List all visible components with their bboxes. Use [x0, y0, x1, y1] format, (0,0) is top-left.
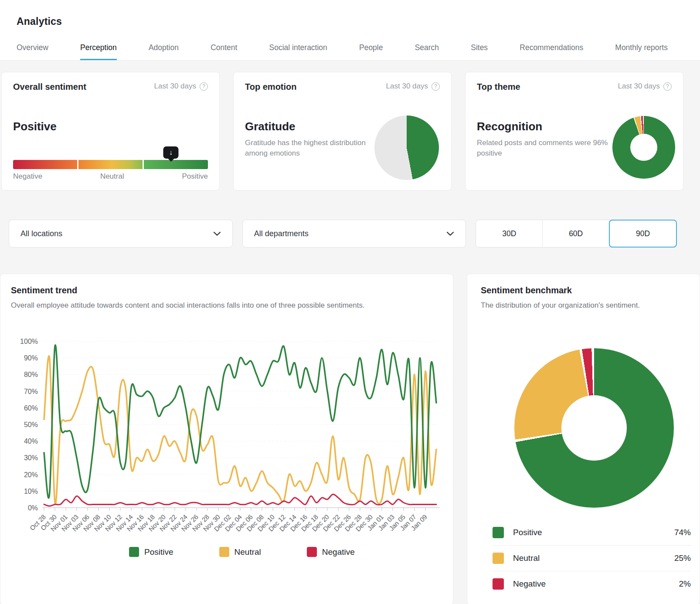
- help-icon[interactable]: ?: [432, 82, 440, 91]
- benchmark-legend-label: Neutral: [513, 553, 540, 563]
- tab-content[interactable]: Content: [211, 43, 237, 60]
- benchmark-legend-value: 25%: [674, 553, 691, 563]
- tab-perception[interactable]: Perception: [80, 43, 117, 60]
- benchmark-subtitle: The distribution of your organization's …: [481, 301, 692, 310]
- theme-donut-chart: [612, 116, 675, 179]
- svg-text:80%: 80%: [24, 371, 38, 378]
- svg-text:50%: 50%: [24, 421, 38, 428]
- chevron-down-icon: [213, 231, 221, 236]
- gauge-neutral-segment: [78, 160, 143, 169]
- positive-swatch-icon: [129, 547, 139, 557]
- app-header: Analytics OverviewPerceptionAdoptionCont…: [0, 0, 700, 61]
- overall-sentiment-value: Positive: [13, 120, 208, 133]
- locations-dropdown[interactable]: All locations: [9, 220, 233, 248]
- benchmark-legend-row-neutral: Neutral25%: [493, 545, 691, 571]
- range-button-60d[interactable]: 60D: [543, 220, 609, 247]
- trend-legend: PositiveNeutralNegative: [129, 547, 453, 557]
- period-label: Last 30 days ?: [386, 82, 440, 91]
- sentiment-trend-card: Sentiment trend Overall employee attitud…: [0, 274, 453, 604]
- svg-text:40%: 40%: [24, 438, 38, 445]
- range-button-90d[interactable]: 90D: [609, 220, 677, 248]
- top-emotion-description: Gratitude has the highest distribution a…: [245, 138, 389, 159]
- card-title: Top emotion: [245, 82, 297, 92]
- negative-swatch-icon: [307, 547, 317, 557]
- tab-social-interaction[interactable]: Social interaction: [269, 43, 327, 60]
- card-title: Overall sentiment: [13, 82, 86, 92]
- benchmark-title: Sentiment benchmark: [481, 285, 692, 295]
- trend-legend-label: Neutral: [234, 547, 261, 557]
- top-emotion-card: Top emotion Last 30 days ? Gratitude Gra…: [233, 72, 452, 190]
- tab-search[interactable]: Search: [415, 43, 439, 60]
- sentiment-gradient-bar: [13, 160, 208, 169]
- overall-sentiment-card: Overall sentiment Last 30 days ? Positiv…: [1, 72, 220, 190]
- emotion-pie-chart: [374, 115, 439, 180]
- benchmark-donut-chart: [514, 348, 674, 508]
- period-text: Last 30 days: [618, 82, 660, 91]
- period-label: Last 30 days ?: [618, 82, 672, 91]
- tab-overview[interactable]: Overview: [17, 43, 48, 60]
- trend-subtitle: Overall employee attitude towards conten…: [11, 301, 442, 310]
- gauge-label-negative: Negative: [13, 172, 42, 181]
- tab-recommendations[interactable]: Recommendations: [520, 43, 583, 60]
- help-icon[interactable]: ?: [663, 82, 672, 91]
- top-theme-card: Top theme Last 30 days ? Recognition Rel…: [465, 72, 683, 190]
- positive-swatch-icon: [493, 527, 504, 538]
- trend-legend-item-neutral: Neutral: [219, 547, 261, 557]
- svg-text:60%: 60%: [24, 404, 38, 412]
- benchmark-legend-row-negative: Negative2%: [493, 571, 691, 597]
- tab-people[interactable]: People: [359, 43, 383, 60]
- tab-bar: OverviewPerceptionAdoptionContentSocial …: [17, 43, 700, 60]
- gauge-negative-segment: [13, 160, 77, 169]
- gauge-label-neutral: Neutral: [100, 172, 124, 181]
- departments-dropdown[interactable]: All departments: [242, 220, 466, 248]
- neutral-swatch-icon: [219, 547, 229, 557]
- top-theme-description: Related posts and comments were 96% posi…: [477, 138, 621, 159]
- tab-sites[interactable]: Sites: [471, 43, 488, 60]
- benchmark-legend-value: 74%: [674, 528, 691, 537]
- svg-text:10%: 10%: [24, 488, 38, 495]
- svg-text:70%: 70%: [24, 388, 38, 395]
- main-content: Overall sentiment Last 30 days ? Positiv…: [0, 72, 700, 604]
- trend-title: Sentiment trend: [11, 285, 442, 295]
- benchmark-legend-row-positive: Positive74%: [493, 519, 691, 545]
- chevron-down-icon: [446, 231, 454, 236]
- benchmark-legend-label: Negative: [513, 579, 546, 589]
- svg-text:90%: 90%: [24, 354, 38, 362]
- trend-legend-label: Positive: [144, 547, 173, 557]
- sentiment-benchmark-card: Sentiment benchmark The distribution of …: [467, 274, 700, 604]
- period-text: Last 30 days: [386, 82, 428, 91]
- card-title: Top theme: [477, 82, 520, 92]
- period-text: Last 30 days: [154, 82, 196, 91]
- trend-legend-item-negative: Negative: [307, 547, 355, 557]
- trend-legend-item-positive: Positive: [129, 547, 173, 557]
- tab-adoption[interactable]: Adoption: [149, 43, 179, 60]
- charts-row: Sentiment trend Overall employee attitud…: [0, 274, 700, 604]
- benchmark-legend-label: Positive: [513, 528, 542, 537]
- svg-text:100%: 100%: [20, 338, 38, 345]
- svg-text:0%: 0%: [28, 504, 38, 512]
- sentiment-gauge: ↓ Negative Neutral Positive: [13, 146, 208, 181]
- help-icon[interactable]: ?: [200, 82, 208, 91]
- tab-monthly-reports[interactable]: Monthly reports: [615, 43, 668, 60]
- page-title: Analytics: [17, 16, 700, 27]
- filters-row: All locations All departments 30D60D90D: [9, 220, 677, 248]
- range-button-30d[interactable]: 30D: [476, 220, 543, 247]
- svg-text:30%: 30%: [24, 454, 38, 461]
- benchmark-legend: Positive74%Neutral25%Negative2%: [493, 519, 691, 597]
- gauge-marker-down-arrow-icon: ↓: [163, 146, 179, 159]
- departments-dropdown-value: All departments: [254, 229, 309, 238]
- date-range-button-group: 30D60D90D: [476, 220, 677, 248]
- neutral-swatch-icon: [493, 553, 504, 564]
- sentiment-trend-chart: 0%10%20%30%40%50%60%70%80%90%100%Oct 28O…: [0, 312, 454, 547]
- period-label: Last 30 days ?: [154, 82, 208, 91]
- trend-legend-label: Negative: [322, 547, 355, 557]
- kpi-cards-row: Overall sentiment Last 30 days ? Positiv…: [1, 72, 683, 190]
- locations-dropdown-value: All locations: [20, 229, 62, 238]
- benchmark-legend-value: 2%: [679, 579, 691, 589]
- svg-text:20%: 20%: [24, 471, 38, 478]
- negative-swatch-icon: [493, 578, 504, 590]
- gauge-label-positive: Positive: [182, 172, 208, 181]
- gauge-positive-segment: [144, 160, 208, 169]
